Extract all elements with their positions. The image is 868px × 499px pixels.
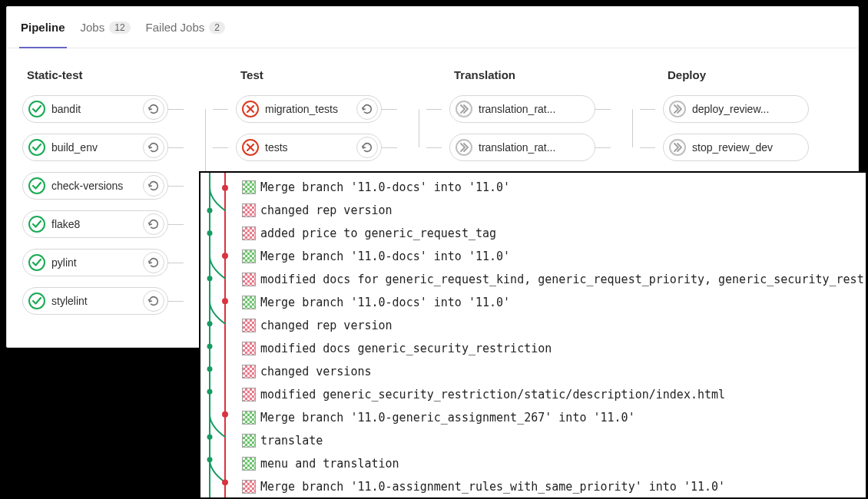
avatar [242, 226, 256, 240]
svg-point-12 [207, 366, 213, 372]
avatar [242, 480, 256, 494]
job-name: translation_rat... [479, 141, 595, 154]
svg-point-13 [207, 389, 213, 395]
retry-button[interactable] [143, 137, 164, 158]
svg-point-2 [222, 185, 228, 191]
commit-row[interactable]: menu and translation [242, 452, 866, 475]
failed-status-icon [242, 139, 259, 156]
commit-graph [200, 173, 242, 497]
job-pill[interactable]: build_env [22, 134, 168, 161]
commit-row[interactable]: modified docs generic_security_restricti… [242, 337, 866, 360]
job-pill[interactable]: bandit [22, 95, 168, 123]
job-name: translation_rat... [479, 103, 595, 115]
svg-point-15 [207, 457, 213, 462]
retry-button[interactable] [143, 98, 164, 120]
job-name: pylint [51, 256, 143, 269]
retry-button[interactable] [356, 98, 378, 120]
job-pill[interactable]: migration_tests [236, 95, 382, 123]
commit-row[interactable]: modified generic_security_restriction/st… [242, 383, 866, 406]
job-name: deploy_review... [692, 103, 808, 115]
avatar [242, 319, 256, 332]
tab-bar: Pipeline Jobs 12 Failed Jobs 2 [7, 7, 858, 48]
commit-message: modified generic_security_restriction/st… [260, 388, 725, 402]
commit-row[interactable]: added price to generic_request_tag [242, 222, 866, 245]
stage-title: Deploy [668, 68, 827, 81]
tab-failed-count: 2 [209, 21, 225, 34]
job-name: tests [265, 141, 356, 154]
job-name: stylelint [51, 295, 143, 307]
job-name: stop_review_dev [692, 141, 808, 154]
job-pill[interactable]: translation_rat... [449, 95, 595, 123]
avatar [242, 342, 256, 355]
retry-button[interactable] [143, 213, 164, 235]
skipped-status-icon [669, 101, 686, 117]
commit-message: Merge branch '11.0-docs' into '11.0' [260, 296, 510, 309]
retry-button[interactable] [143, 290, 164, 312]
job-pill[interactable]: stop_review_dev [663, 134, 809, 161]
tab-pipeline-label: Pipeline [21, 21, 65, 34]
tab-jobs[interactable]: Jobs 12 [81, 7, 131, 48]
commit-message: Merge branch '11.0-assignment_rules_with… [260, 480, 725, 494]
commit-message: changed rep version [260, 203, 393, 217]
commit-message: changed versions [260, 365, 372, 378]
stage-title: Test [240, 68, 429, 81]
commit-message: modified docs for generic_request_kind, … [260, 273, 867, 286]
retry-button[interactable] [356, 137, 378, 158]
commit-row[interactable]: Merge branch '11.0-docs' into '11.0' [242, 245, 866, 268]
stage-title: Static-test [27, 68, 216, 81]
stage-column: Static-testbanditbuild_envcheck-versions… [15, 64, 228, 326]
job-name: migration_tests [265, 103, 356, 115]
commit-row[interactable]: changed versions [242, 360, 866, 383]
avatar [242, 365, 256, 378]
commit-row[interactable]: Merge branch '11.0-generic_assignment_26… [242, 406, 866, 429]
avatar [242, 180, 256, 194]
avatar [242, 273, 256, 286]
job-pill[interactable]: tests [236, 134, 382, 161]
commit-history-panel: Merge branch '11.0-docs' into '11.0'chan… [199, 171, 867, 499]
success-status-icon [28, 216, 45, 233]
avatar [242, 411, 256, 425]
svg-point-10 [207, 321, 213, 326]
job-pill[interactable]: stylelint [22, 287, 168, 315]
job-pill[interactable]: deploy_review... [663, 95, 809, 123]
commit-row[interactable]: Merge branch '11.0-assignment_rules_with… [242, 475, 866, 498]
commit-message: menu and translation [260, 457, 399, 471]
svg-point-9 [207, 276, 213, 281]
avatar [242, 203, 256, 217]
commit-row[interactable]: Merge branch '11.0-docs' into '11.0' [242, 176, 866, 199]
svg-point-8 [207, 230, 213, 236]
commit-message: added price to generic_request_tag [260, 226, 496, 240]
job-pill[interactable]: check-versions [22, 172, 168, 200]
success-status-icon [28, 139, 45, 156]
avatar [242, 457, 256, 471]
job-pill[interactable]: flake8 [22, 210, 168, 238]
avatar [242, 296, 256, 309]
job-name: flake8 [51, 218, 143, 230]
retry-button[interactable] [143, 252, 164, 273]
commit-row[interactable]: Merge branch '11.0-docs' into '11.0' [242, 291, 866, 314]
retry-button[interactable] [143, 175, 164, 197]
failed-status-icon [242, 101, 259, 117]
avatar [242, 434, 256, 448]
commit-row[interactable]: translate [242, 429, 866, 452]
commit-message: Merge branch '11.0-generic_assignment_26… [260, 411, 635, 425]
svg-point-4 [222, 298, 228, 304]
tab-failed-jobs[interactable]: Failed Jobs 2 [146, 7, 225, 48]
svg-point-6 [222, 479, 228, 485]
commit-row[interactable]: changed rep version [242, 314, 866, 337]
commit-row[interactable]: changed rep version [242, 199, 866, 222]
avatar [242, 388, 256, 402]
success-status-icon [28, 292, 45, 309]
commit-list: Merge branch '11.0-docs' into '11.0'chan… [200, 173, 866, 498]
commit-message: changed rep version [260, 319, 393, 332]
job-pill[interactable]: translation_rat... [449, 134, 595, 161]
commit-message: Merge branch '11.0-docs' into '11.0' [260, 180, 510, 194]
tab-pipeline[interactable]: Pipeline [21, 7, 65, 48]
svg-point-3 [222, 253, 228, 259]
tab-failed-label: Failed Jobs [146, 21, 205, 34]
stage-title: Translation [454, 68, 643, 81]
tab-jobs-count: 12 [109, 21, 130, 34]
job-pill[interactable]: pylint [22, 249, 168, 276]
commit-row[interactable]: modified docs for generic_request_kind, … [242, 268, 866, 291]
skipped-status-icon [456, 139, 472, 156]
